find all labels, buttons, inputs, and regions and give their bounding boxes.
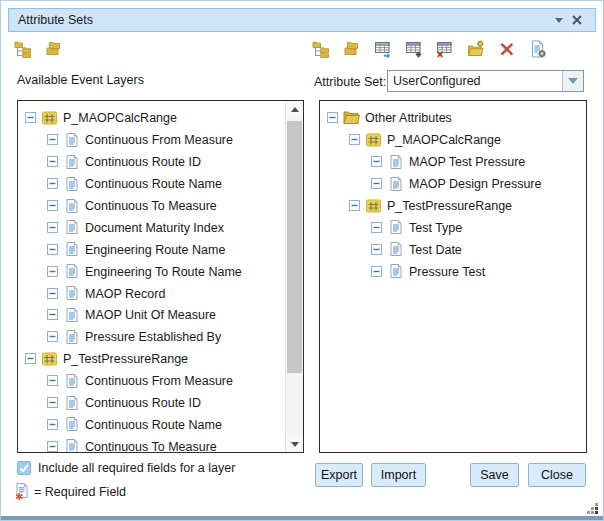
layer-icon: [365, 133, 382, 147]
tree-expander-minus[interactable]: [349, 134, 360, 145]
tree-item[interactable]: Continuous To Measure: [18, 435, 303, 453]
tree-item-label: Continuous Route ID: [85, 154, 201, 169]
tree-item-label: Continuous Route ID: [85, 395, 201, 410]
tree-item[interactable]: Continuous From Measure: [18, 129, 303, 151]
tree-item[interactable]: P_MAOPCalcRange: [320, 129, 586, 151]
tree-item[interactable]: Continuous Route ID: [18, 392, 303, 414]
tree-expander-minus[interactable]: [47, 156, 58, 167]
tree-expander-minus[interactable]: [47, 266, 58, 277]
folder-new-icon: [467, 40, 485, 58]
tree-expander-minus[interactable]: [47, 375, 58, 386]
close-icon: [572, 11, 582, 29]
tree-expander-minus[interactable]: [371, 244, 382, 255]
export-button[interactable]: Export: [315, 463, 363, 487]
table-delete-icon: [436, 40, 454, 58]
doc-icon: [387, 264, 404, 278]
table-add-button[interactable]: [405, 40, 423, 58]
folders-icon: [343, 40, 361, 58]
vertical-scrollbar[interactable]: [285, 101, 303, 452]
tree-expander-minus[interactable]: [47, 222, 58, 233]
scrollbar-down-button[interactable]: [286, 436, 303, 452]
tree-expander-minus[interactable]: [47, 288, 58, 299]
doc-icon: [63, 242, 80, 256]
tree-item[interactable]: Engineering To Route Name: [18, 260, 303, 282]
tree-item[interactable]: Engineering Route Name: [18, 238, 303, 260]
table-add-icon: [405, 40, 423, 58]
import-button[interactable]: Import: [371, 463, 426, 487]
close-dialog-button[interactable]: Close: [528, 463, 586, 487]
table-export-icon: [374, 40, 392, 58]
tree-item-label: Continuous Route Name: [85, 176, 222, 191]
tree-item[interactable]: Continuous Route Name: [18, 173, 303, 195]
tree-expander-minus[interactable]: [47, 331, 58, 342]
tree-expander-minus[interactable]: [47, 441, 58, 452]
folders-button[interactable]: [45, 40, 63, 58]
tree-expander-minus[interactable]: [371, 178, 382, 189]
tree-item-label: MAOP Record: [85, 286, 165, 301]
tree-expander-minus[interactable]: [371, 222, 382, 233]
tree-expander-minus[interactable]: [47, 134, 58, 145]
tree-expander-minus[interactable]: [25, 353, 36, 364]
report-settings-icon: [529, 40, 547, 58]
tree-item-label: Test Type: [409, 220, 462, 235]
tree-expander-minus[interactable]: [47, 397, 58, 408]
tree-item-label: P_TestPressureRange: [387, 198, 512, 213]
doc-icon: [63, 330, 80, 344]
tree-expander-minus[interactable]: [47, 419, 58, 430]
tree-item[interactable]: Continuous Route ID: [18, 151, 303, 173]
tree-expander-minus[interactable]: [47, 309, 58, 320]
doc-icon: [63, 133, 80, 147]
layer-icon: [41, 111, 58, 125]
tree-expander-minus[interactable]: [47, 244, 58, 255]
folders-button[interactable]: [343, 40, 361, 58]
doc-icon: [63, 155, 80, 169]
close-button[interactable]: [568, 11, 586, 29]
include-required-fields-checkbox[interactable]: [17, 461, 31, 475]
folder-tree-button[interactable]: [14, 40, 32, 58]
tree-item[interactable]: Other Attributes: [320, 107, 586, 129]
tree-expander-minus[interactable]: [327, 112, 338, 123]
tree-expander-minus[interactable]: [371, 266, 382, 277]
tree-item[interactable]: MAOP Unit Of Measure: [18, 304, 303, 326]
window-bottom-edge: [1, 516, 603, 520]
folders-icon: [45, 40, 63, 58]
tree-expander-minus[interactable]: [371, 156, 382, 167]
tree-item[interactable]: Pressure Test: [320, 260, 586, 282]
layer-icon: [365, 199, 382, 213]
tree-item[interactable]: Continuous To Measure: [18, 195, 303, 217]
tree-expander-minus[interactable]: [25, 112, 36, 123]
toolbar-left: [14, 40, 63, 58]
folder-tree-button[interactable]: [312, 40, 330, 58]
tree-item[interactable]: Test Type: [320, 216, 586, 238]
tree-item[interactable]: MAOP Test Pressure: [320, 151, 586, 173]
tree-item[interactable]: P_TestPressureRange: [320, 195, 586, 217]
tree-item[interactable]: Document Maturity Index: [18, 216, 303, 238]
save-button[interactable]: Save: [470, 463, 519, 487]
scrollbar-up-button[interactable]: [286, 101, 303, 117]
attribute-set-select[interactable]: UserConfigured: [387, 70, 584, 92]
tree-item[interactable]: P_TestPressureRange: [18, 348, 303, 370]
tree-item[interactable]: MAOP Design Pressure: [320, 173, 586, 195]
tree-item[interactable]: Continuous Route Name: [18, 413, 303, 435]
tree-item[interactable]: Pressure Established By: [18, 326, 303, 348]
tree-item-label: P_MAOPCalcRange: [63, 110, 177, 125]
delete-x-button[interactable]: [498, 40, 516, 58]
scrollbar-thumb[interactable]: [287, 121, 302, 373]
tree-item[interactable]: Continuous From Measure: [18, 370, 303, 392]
titlebar-menu-button[interactable]: [550, 11, 568, 29]
triangle-up-icon: [291, 107, 299, 112]
tree-expander-minus[interactable]: [47, 200, 58, 211]
tree-item[interactable]: P_MAOPCalcRange: [18, 107, 303, 129]
tree-item[interactable]: Test Date: [320, 238, 586, 260]
table-export-button[interactable]: [374, 40, 392, 58]
report-settings-button[interactable]: [529, 40, 547, 58]
tree-item[interactable]: MAOP Record: [18, 282, 303, 304]
table-delete-button[interactable]: [436, 40, 454, 58]
tree-expander-minus[interactable]: [349, 200, 360, 211]
attribute-set-dropdown-button[interactable]: [562, 71, 583, 91]
tree-expander-minus[interactable]: [47, 178, 58, 189]
resize-grip[interactable]: [586, 501, 599, 514]
attribute-set-panel: Other AttributesP_MAOPCalcRangeMAOP Test…: [319, 100, 587, 453]
folder-new-button[interactable]: [467, 40, 485, 58]
titlebar: Attribute Sets: [8, 8, 596, 32]
